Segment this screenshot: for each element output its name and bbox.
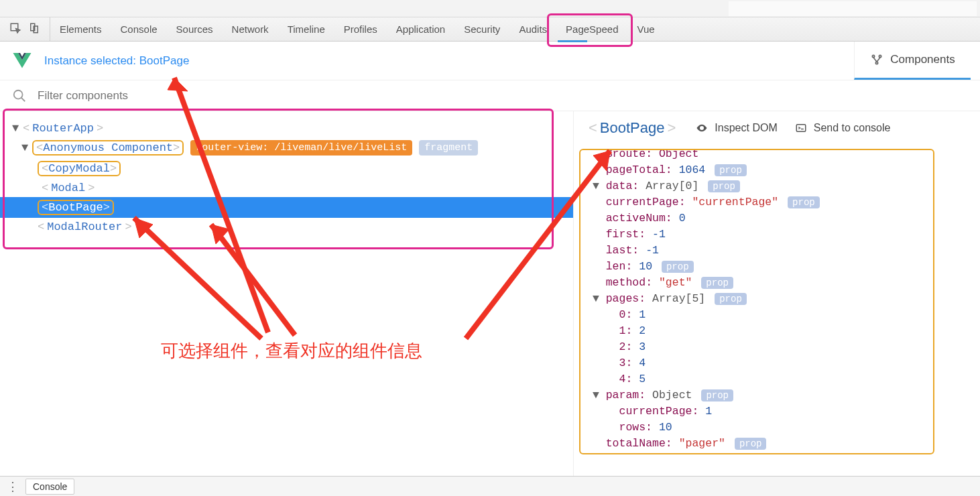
eye-icon [696,122,708,134]
tab-vue[interactable]: Vue [627,17,664,41]
send-to-console-button[interactable]: Send to console [795,122,891,134]
active-minitab [799,1,826,9]
tab-profiles[interactable]: Profiles [334,17,387,41]
vue-logo-icon [12,51,32,71]
svg-rect-10 [796,125,806,132]
tab-network[interactable]: Network [223,17,278,41]
tab-elements[interactable]: Elements [50,17,111,41]
svg-point-5 [873,55,875,57]
annotation-arrow [201,214,322,349]
inspect-element-icon[interactable] [9,22,21,36]
device-toolbar-icon[interactable] [28,22,40,36]
drawer-console-tab[interactable]: Console [25,479,74,495]
components-label: Components [890,53,955,66]
svg-line-9 [21,97,25,101]
tab-timeline[interactable]: Timeline [278,17,334,41]
tab-audits[interactable]: Audits [509,17,556,41]
svg-rect-0 [11,23,18,31]
svg-point-6 [879,55,881,57]
vue-devtools-bar: Instance selected: BootPage Components [0,42,980,80]
vue-tab-components[interactable]: Components [854,42,971,80]
tab-sources[interactable]: Sources [167,17,223,41]
tab-security[interactable]: Security [454,17,509,41]
tab-console[interactable]: Console [111,17,167,41]
console-icon [795,122,807,134]
svg-marker-3 [13,53,32,68]
devtools-tabbar: Elements Console Sources Network Timelin… [0,17,980,42]
devtools-drawer: ⋮ Console [0,476,980,496]
browser-strip [0,0,980,17]
svg-point-8 [14,90,23,99]
svg-line-15 [211,225,295,335]
svg-line-17 [466,151,610,338]
selected-component-title: <BootPage> [586,119,678,137]
components-icon [870,53,883,66]
svg-point-7 [876,62,878,64]
drawer-more-icon[interactable]: ⋮ [7,479,19,494]
search-icon [12,88,27,103]
inspect-dom-button[interactable]: Inspect DOM [696,122,777,134]
active-tab-underline [558,40,587,42]
props-list[interactable]: $route: Object pageTotal: 1064 prop ▼ da… [586,146,968,452]
annotation-arrow [456,141,630,349]
filter-row [0,80,980,111]
component-details-pane: <BootPage> Inspect DOM Send to console $… [574,111,980,476]
tab-application[interactable]: Application [387,17,454,41]
tab-pagespeed[interactable]: PageSpeed [556,17,627,41]
